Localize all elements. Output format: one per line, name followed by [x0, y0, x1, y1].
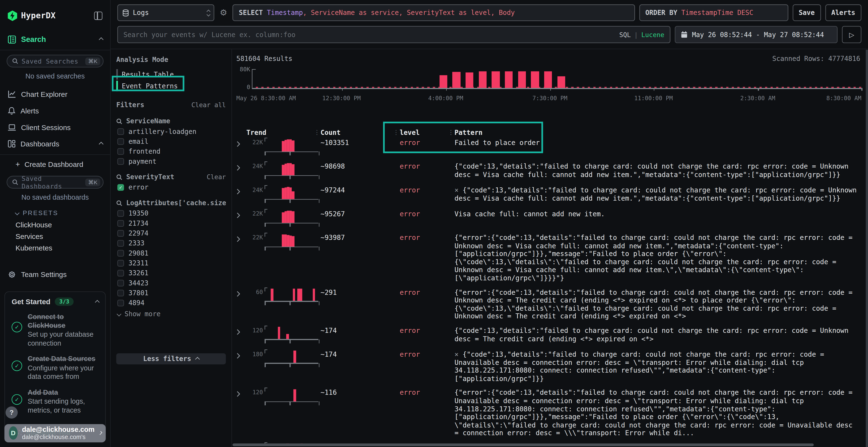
clear-all-filters-button[interactable]: Clear all	[191, 101, 226, 109]
mode-sql[interactable]: SQL	[619, 31, 631, 38]
results-histogram[interactable]: 80K 0 May 26 8:30:00 AM12:30:00 PM4:00:0…	[236, 66, 861, 102]
filter-value-label: 34423	[128, 279, 149, 286]
show-more-button[interactable]: Show more	[116, 310, 226, 318]
checkbox[interactable]	[117, 250, 124, 256]
sidebar-item-dashboards[interactable]: Dashboards	[0, 135, 110, 152]
filter-checkbox-row[interactable]: 4894	[116, 299, 226, 306]
saved-searches-input[interactable]: Saved Searches ⌘K	[7, 55, 104, 67]
date-range-picker[interactable]: May 26 08:52:44 - May 27 08:52:44	[675, 26, 838, 43]
vertical-scrollbar[interactable]	[866, 50, 868, 447]
mode-lucene[interactable]: Lucene	[641, 31, 664, 38]
filter-checkbox-row[interactable]: 29081	[116, 249, 226, 256]
horizontal-scrollbar[interactable]	[232, 443, 814, 446]
table-row[interactable]: 24K ~98698 error {"code":13,"details":"f…	[236, 161, 860, 180]
drag-handle-icon[interactable]: ⋮	[314, 129, 320, 136]
expand-row-icon[interactable]	[236, 161, 246, 180]
table-row[interactable]: 22K ~103351 error Failed to place order	[236, 138, 860, 157]
get-started-item[interactable]: ✓Create Data SourcesConfigure where your…	[11, 355, 98, 381]
filter-checkbox-row[interactable]: email	[116, 138, 226, 145]
get-started-item[interactable]: ✓Connect to ClickHouseSet up your databa…	[11, 313, 98, 348]
sidebar-item-team-settings[interactable]: Team Settings	[0, 266, 110, 282]
checkbox[interactable]	[117, 220, 124, 227]
column-header-trend[interactable]: Trend	[246, 129, 321, 137]
checkbox[interactable]	[117, 128, 124, 135]
expand-row-icon[interactable]	[236, 233, 246, 282]
sidebar-item-alerts[interactable]: Alerts	[0, 102, 110, 119]
table-row[interactable]: 180 ~174 error × {"code":13,"details":"f…	[236, 349, 860, 383]
sidebar-item-search[interactable]: Search	[0, 31, 110, 48]
checkbox[interactable]: ✓	[117, 184, 124, 191]
sidebar-item-kubernetes[interactable]: Kubernetes	[0, 242, 110, 254]
saved-dashboards-input[interactable]: Saved Dashboards ⌘K	[7, 176, 104, 188]
filter-checkbox-row[interactable]: payment	[116, 158, 226, 165]
presets-toggle[interactable]: PRESETS	[0, 207, 110, 219]
collapse-sidebar-icon[interactable]	[94, 11, 102, 20]
event-search-input[interactable]: Search your events w/ Lucene ex. column:…	[117, 26, 671, 43]
column-header-count[interactable]: ⋮Count	[320, 129, 400, 137]
filter-checkbox-row[interactable]: frontend	[116, 148, 226, 155]
filter-checkbox-row[interactable]: 33261	[116, 269, 226, 276]
shortcut-badge: ⌘K	[85, 57, 100, 65]
table-row[interactable]: 60 ~291 error {"error":{"code":13,"detai…	[236, 287, 860, 321]
analysis-mode-option[interactable]: Event Patterns	[116, 80, 226, 92]
pattern-cell: × {"code":13,"details":"failed to charge…	[455, 185, 860, 204]
table-row[interactable]: 22K ~95267 error Visa cache full: cannot…	[236, 209, 860, 228]
create-dashboard-button[interactable]: + Create Dashboard	[0, 157, 110, 171]
filter-group-clear-button[interactable]: Clear	[207, 173, 226, 181]
save-button[interactable]: Save	[793, 4, 821, 21]
help-button[interactable]: ?	[5, 406, 18, 419]
expand-row-icon[interactable]	[236, 185, 246, 204]
checkbox[interactable]	[117, 210, 124, 216]
expand-row-icon[interactable]	[236, 349, 246, 383]
order-by-input[interactable]: ORDER BY TimestampTime DESC	[639, 4, 788, 21]
checkbox[interactable]	[117, 280, 124, 286]
source-selector[interactable]: Logs	[117, 4, 214, 21]
checkbox[interactable]	[117, 148, 124, 154]
filter-checkbox-row[interactable]: 22974	[116, 230, 226, 237]
alerts-button[interactable]: Alerts	[825, 4, 861, 21]
user-menu[interactable]: D dale@clickhouse.com dale@clickhouse.co…	[4, 424, 105, 442]
drag-handle-icon[interactable]: ⋮	[393, 129, 399, 136]
column-header-level[interactable]: ⋮level	[400, 129, 455, 137]
sidebar-item-chart-explorer[interactable]: Chart Explorer	[0, 86, 110, 102]
analysis-mode-option[interactable]: Results Table	[116, 69, 226, 80]
run-query-button[interactable]: ▷	[842, 26, 861, 43]
get-started-item[interactable]: ✓Add DataStart sending logs, metrics, or…	[11, 388, 98, 415]
filter-checkbox-row[interactable]: ✓ error	[116, 183, 226, 191]
expand-row-icon[interactable]	[236, 287, 246, 321]
checkbox[interactable]	[117, 158, 124, 165]
checkbox[interactable]	[117, 230, 124, 237]
checkbox[interactable]	[117, 240, 124, 246]
filter-checkbox-row[interactable]: 2333	[116, 239, 226, 247]
checkbox[interactable]	[117, 138, 124, 145]
column-menu-icon[interactable]: ⋮	[448, 129, 863, 136]
filter-checkbox-row[interactable]: 19350	[116, 209, 226, 217]
checkbox[interactable]	[117, 270, 124, 276]
sidebar-item-clickhouse[interactable]: ClickHouse	[0, 219, 110, 231]
checkbox[interactable]	[117, 260, 124, 266]
column-header-pattern[interactable]: ⋮Pattern⋮	[455, 129, 860, 137]
less-filters-button[interactable]: Less filters	[116, 353, 226, 365]
source-settings-gear-icon[interactable]: ⚙	[219, 4, 228, 21]
checkbox[interactable]	[117, 289, 124, 296]
table-row[interactable]: 120 ~174 error {"code":13,"details":"fai…	[236, 325, 860, 344]
expand-row-icon[interactable]	[236, 209, 246, 228]
expand-row-icon[interactable]	[236, 388, 246, 437]
checkbox[interactable]	[117, 299, 124, 306]
sidebar-item-services[interactable]: Services	[0, 231, 110, 242]
expand-row-icon[interactable]	[236, 325, 246, 344]
table-row[interactable]: 24K ~97244 error × {"code":13,"details":…	[236, 185, 860, 204]
filter-checkbox-row[interactable]: artillery-loadgen	[116, 128, 226, 135]
chevron-up-icon[interactable]	[95, 300, 100, 304]
table-row[interactable]: 22K ~93987 error {"error":{"code":13,"de…	[236, 233, 860, 282]
sidebar-item-client-sessions[interactable]: Client Sessions	[0, 119, 110, 136]
x-axis-line	[251, 88, 861, 89]
brand[interactable]: HyperDX	[8, 10, 56, 21]
filter-checkbox-row[interactable]: 37801	[116, 289, 226, 297]
filter-checkbox-row[interactable]: 21734	[116, 219, 226, 227]
table-row[interactable]: 120 ~116 error {"error":{"code":13,"deta…	[236, 388, 860, 437]
filter-checkbox-row[interactable]: 32311	[116, 260, 226, 267]
filter-checkbox-row[interactable]: 34423	[116, 279, 226, 286]
expand-row-icon[interactable]	[236, 138, 246, 157]
select-clause-input[interactable]: SELECT Timestamp, ServiceName as service…	[233, 4, 634, 21]
